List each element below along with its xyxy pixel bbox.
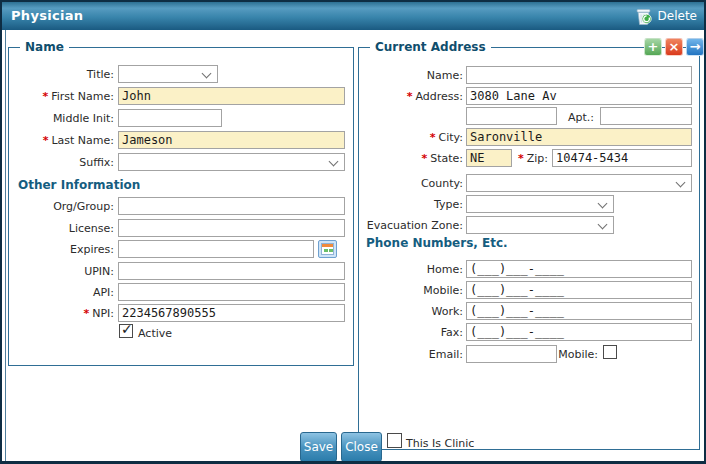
home-phone-input[interactable]: [466, 260, 692, 278]
mobile-phone-input[interactable]: [466, 281, 692, 299]
org-group-input[interactable]: [118, 197, 345, 215]
check-icon: ✓: [121, 321, 133, 337]
required-asterisk: *: [43, 134, 49, 147]
expires-label: Expires:: [8, 242, 114, 257]
middle-init-label: Middle Init:: [8, 111, 114, 126]
city-input[interactable]: [466, 128, 692, 146]
active-checkbox[interactable]: ✓: [119, 324, 133, 338]
delete-label: Delete: [658, 9, 697, 23]
current-address-legend: Current Address: [370, 40, 491, 54]
required-asterisk: *: [83, 307, 89, 320]
physician-dialog: Physician Delete Name Current Address + …: [0, 0, 706, 464]
state-input[interactable]: [466, 149, 512, 167]
mobile-phone-label: Mobile:: [363, 283, 463, 298]
type-label: Type:: [363, 197, 463, 212]
npi-input[interactable]: [118, 304, 345, 322]
chevron-down-icon: [598, 199, 608, 209]
work-phone-label: Work:: [363, 304, 463, 319]
remove-address-button[interactable]: ×: [665, 38, 683, 56]
address-input[interactable]: [466, 87, 692, 105]
chevron-down-icon: [598, 220, 608, 230]
address-name-input[interactable]: [466, 66, 692, 84]
state-label: *State:: [363, 151, 463, 166]
title-select[interactable]: [118, 65, 218, 83]
home-phone-label: Home:: [363, 262, 463, 277]
chevron-down-icon: [202, 69, 212, 79]
zip-label: *Zip:: [508, 151, 548, 166]
next-address-button[interactable]: →: [686, 38, 704, 56]
address2-input[interactable]: [466, 107, 557, 125]
license-label: License:: [8, 221, 114, 236]
calendar-icon[interactable]: [318, 240, 337, 258]
name-legend: Name: [20, 40, 69, 54]
this-is-clinic-label: This Is Clinic: [406, 436, 474, 451]
other-information-heading: Other Information: [18, 178, 140, 192]
add-address-button[interactable]: +: [644, 38, 662, 56]
delete-button[interactable]: Delete: [634, 2, 697, 30]
city-label: *City:: [363, 130, 463, 145]
county-label: County:: [363, 176, 463, 191]
apt-label: Apt.:: [560, 110, 594, 125]
api-label: API:: [8, 285, 114, 300]
middle-init-input[interactable]: [118, 109, 222, 127]
type-select[interactable]: [466, 195, 614, 213]
address-label: *Address:: [363, 89, 463, 104]
npi-label: *NPI:: [8, 306, 114, 321]
expires-input[interactable]: [118, 240, 314, 258]
title-label: Title:: [8, 67, 114, 82]
chevron-down-icon: [676, 178, 686, 188]
first-name-label: *First Name:: [8, 89, 114, 104]
suffix-label: Suffix:: [8, 155, 114, 170]
plus-icon: +: [648, 39, 659, 54]
required-asterisk: *: [518, 152, 524, 165]
chevron-down-icon: [329, 157, 339, 167]
license-input[interactable]: [118, 219, 345, 237]
last-name-input[interactable]: [118, 131, 345, 149]
last-name-label: *Last Name:: [8, 133, 114, 148]
phone-numbers-heading: Phone Numbers, Etc.: [366, 236, 508, 250]
title-bar: Physician Delete: [2, 2, 704, 30]
org-group-label: Org/Group:: [8, 199, 114, 214]
fax-label: Fax:: [363, 325, 463, 340]
apt-input[interactable]: [600, 107, 692, 125]
email-mobile-checkbox[interactable]: [603, 345, 617, 359]
upin-input[interactable]: [118, 262, 345, 280]
required-asterisk: *: [421, 152, 427, 165]
left-gutter-line: [5, 30, 6, 461]
arrow-right-icon: →: [690, 39, 701, 54]
work-phone-input[interactable]: [466, 302, 692, 320]
email-label: Email:: [363, 347, 463, 362]
save-button[interactable]: Save: [300, 432, 337, 462]
required-asterisk: *: [407, 90, 413, 103]
county-select[interactable]: [466, 174, 692, 192]
required-asterisk: *: [430, 131, 436, 144]
upin-label: UPIN:: [8, 264, 114, 279]
trash-recycle-icon: [634, 6, 653, 26]
close-button[interactable]: Close: [341, 432, 382, 462]
active-label: Active: [138, 326, 172, 341]
suffix-select[interactable]: [118, 153, 345, 171]
email-mobile-label: Mobile:: [558, 347, 598, 362]
api-input[interactable]: [118, 283, 345, 301]
email-input[interactable]: [466, 345, 557, 363]
this-is-clinic-checkbox[interactable]: [387, 433, 402, 448]
required-asterisk: *: [42, 90, 48, 103]
evacuation-zone-label: Evacuation Zone:: [363, 218, 463, 233]
page-title: Physician: [11, 8, 83, 23]
zip-input[interactable]: [552, 149, 692, 167]
fax-input[interactable]: [466, 323, 692, 341]
first-name-input[interactable]: [118, 87, 345, 105]
evacuation-zone-select[interactable]: [466, 216, 614, 234]
address-name-label: Name:: [363, 68, 463, 83]
x-icon: ×: [669, 39, 680, 54]
